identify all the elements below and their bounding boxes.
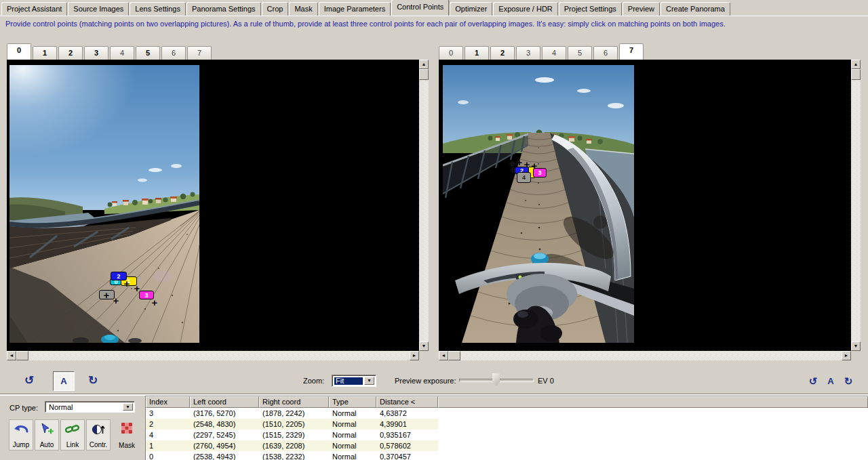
rotate-left-ccw-button[interactable]: ↺ xyxy=(20,372,38,390)
tab-image-parameters[interactable]: Image Parameters xyxy=(319,2,391,16)
table-cell: (2297, 5245) xyxy=(190,430,259,440)
right-image-tab-5[interactable]: 5 xyxy=(568,46,592,60)
table-row[interactable]: 2(2548, 4830)(1510, 2205)Normal4,39901 xyxy=(146,419,868,430)
scroll-left-icon[interactable]: ◄ xyxy=(7,351,16,360)
right-viewport[interactable]: 234+++++ ▲ ▼ ◄ ► xyxy=(439,60,861,360)
right-image-tab-7[interactable]: 7 xyxy=(619,43,644,60)
tab-create-panorama[interactable]: Create Panorama xyxy=(660,2,730,16)
scroll-up-icon[interactable]: ▲ xyxy=(419,60,429,69)
rotate-right-ccw-button[interactable]: ↺ xyxy=(804,373,822,390)
tab-mask[interactable]: Mask xyxy=(289,2,317,16)
tab-control-points[interactable]: Control Points xyxy=(391,0,449,16)
table-cell: (2548, 4830) xyxy=(190,419,259,430)
left-cp-overlay: 0123+++++ xyxy=(7,60,419,351)
scrollbar-thumb[interactable] xyxy=(448,351,460,360)
column-header[interactable]: Left coord xyxy=(190,396,259,408)
scrollbar-corner xyxy=(851,351,861,360)
tab-exposure-hdr[interactable]: Exposure / HDR xyxy=(493,2,557,16)
exposure-slider-thumb[interactable] xyxy=(492,373,500,386)
table-cell: 4,39901 xyxy=(376,419,438,430)
table-cell: 0 xyxy=(146,451,190,460)
left-image-tab-0[interactable]: 0 xyxy=(7,43,31,60)
right-image-tab-3[interactable]: 3 xyxy=(516,46,540,60)
link-icon xyxy=(65,422,80,436)
control-point-marker[interactable]: 4 xyxy=(517,172,531,183)
tab-project-assistant[interactable]: Project Assistant xyxy=(1,2,67,16)
left-image-tab-3[interactable]: 3 xyxy=(84,46,108,60)
right-image-tab-1[interactable]: 1 xyxy=(465,46,489,60)
left-image-tab-5[interactable]: 5 xyxy=(136,46,160,60)
right-image-canvas[interactable]: 234+++++ xyxy=(439,60,851,351)
link-button[interactable]: Link xyxy=(60,419,85,451)
scroll-right-icon[interactable]: ► xyxy=(410,351,419,360)
column-header[interactable] xyxy=(438,396,868,408)
control-point-cross[interactable]: + xyxy=(152,297,158,308)
scroll-down-icon[interactable]: ▼ xyxy=(851,341,861,351)
mask-button[interactable]: Mask xyxy=(115,419,139,451)
table-row[interactable]: 0(2538, 4943)(1538, 2232)Normal0,370457 xyxy=(146,451,868,460)
scrollbar-track[interactable] xyxy=(419,80,429,341)
scroll-left-icon[interactable]: ◄ xyxy=(439,351,448,360)
right-image-tab-6[interactable]: 6 xyxy=(593,46,618,60)
column-header[interactable]: Right coord xyxy=(259,396,329,408)
scrollbar-track[interactable] xyxy=(460,351,842,360)
table-row[interactable]: 4(2297, 5245)(1515, 2329)Normal0,935167 xyxy=(146,430,868,440)
control-point-cross[interactable]: + xyxy=(104,290,110,300)
scroll-down-icon[interactable]: ▼ xyxy=(419,341,429,351)
contrast-button-label: Contr. xyxy=(90,441,108,448)
auto-rotate-left-button[interactable]: A xyxy=(53,371,75,391)
left-image-canvas[interactable]: 0123+++++ xyxy=(7,60,419,351)
tab-crop[interactable]: Crop xyxy=(262,2,289,16)
right-image-tab-2[interactable]: 2 xyxy=(490,46,515,60)
right-image-tab-0[interactable]: 0 xyxy=(439,46,463,60)
control-point-cross[interactable]: + xyxy=(113,295,119,306)
right-cp-overlay: 234+++++ xyxy=(439,60,851,351)
table-row[interactable]: 1(2760, 4954)(1639, 2208)Normal0,578602 xyxy=(146,440,868,451)
rotate-left-cw-button[interactable]: ↻ xyxy=(84,372,102,390)
auto-cp-button[interactable]: Auto xyxy=(35,419,59,451)
left-image-tab-1[interactable]: 1 xyxy=(33,46,57,60)
rotate-right-cw-button[interactable]: ↻ xyxy=(840,373,857,390)
right-image-tab-4[interactable]: 4 xyxy=(542,46,566,60)
jump-button[interactable]: Jump xyxy=(9,419,33,451)
right-horizontal-scrollbar[interactable]: ◄ ► xyxy=(439,351,851,360)
scrollbar-thumb[interactable] xyxy=(419,69,429,80)
left-image-tab-6[interactable]: 6 xyxy=(161,46,186,60)
control-point-cross[interactable]: + xyxy=(124,278,130,289)
contrast-button[interactable]: Contr. xyxy=(86,419,111,451)
chevron-down-icon[interactable]: ▼ xyxy=(123,403,133,411)
tab-optimizer[interactable]: Optimizer xyxy=(450,2,492,16)
control-point-cross[interactable]: + xyxy=(511,165,517,175)
left-viewport[interactable]: 0123+++++ ▲ ▼ ◄ ► xyxy=(7,60,429,360)
control-point-cross[interactable]: + xyxy=(532,161,538,171)
tab-source-images[interactable]: Source Images xyxy=(68,2,129,16)
scrollbar-thumb[interactable] xyxy=(851,69,861,80)
cp-type-dropdown[interactable]: Normal ▼ xyxy=(45,401,135,413)
scroll-up-icon[interactable]: ▲ xyxy=(851,60,861,69)
right-vertical-scrollbar[interactable]: ▲ ▼ xyxy=(851,60,861,351)
column-header[interactable]: Type xyxy=(329,396,376,408)
left-horizontal-scrollbar[interactable]: ◄ ► xyxy=(7,351,419,360)
tab-preview[interactable]: Preview xyxy=(623,2,660,16)
column-header[interactable]: Index xyxy=(146,396,190,408)
tab-project-settings[interactable]: Project Settings xyxy=(559,2,622,16)
scroll-right-icon[interactable]: ► xyxy=(842,351,851,360)
left-vertical-scrollbar[interactable]: ▲ ▼ xyxy=(419,60,429,351)
scrollbar-thumb[interactable] xyxy=(16,351,28,360)
left-image-tab-2[interactable]: 2 xyxy=(58,46,83,60)
column-header[interactable]: Distance < xyxy=(376,396,438,408)
auto-rotate-right-button[interactable]: A xyxy=(822,373,840,390)
tab-lens-settings[interactable]: Lens Settings xyxy=(130,2,186,16)
control-point-cross[interactable]: + xyxy=(134,283,140,293)
auto-cp-icon xyxy=(40,422,54,436)
scrollbar-track[interactable] xyxy=(28,351,410,360)
table-row[interactable]: 3(3176, 5270)(1878, 2242)Normal4,63872 xyxy=(146,408,868,419)
chevron-down-icon[interactable]: ▼ xyxy=(364,377,374,385)
scrollbar-track[interactable] xyxy=(851,80,861,341)
control-point-cross[interactable]: + xyxy=(524,159,530,169)
zoom-dropdown[interactable]: Fit ▼ xyxy=(332,375,376,387)
left-image-tab-4[interactable]: 4 xyxy=(110,46,134,60)
control-point-cross[interactable]: + xyxy=(517,157,523,167)
left-image-tab-7[interactable]: 7 xyxy=(187,46,212,60)
tab-panorama-settings[interactable]: Panorama Settings xyxy=(186,2,261,16)
